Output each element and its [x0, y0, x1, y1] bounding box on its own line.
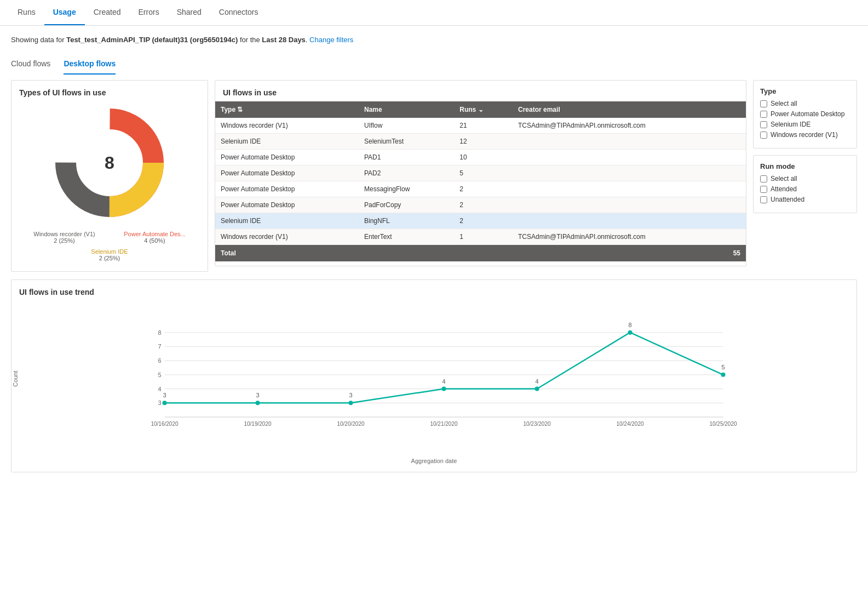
svg-point-27 [628, 330, 633, 335]
cell-email [513, 213, 746, 229]
type-checkbox-select-all[interactable] [760, 100, 767, 107]
svg-text:10/23/2020: 10/23/2020 [523, 421, 550, 427]
type-filter-option-windows-recorder-(v1)[interactable]: Windows recorder (V1) [760, 131, 850, 139]
cell-runs: 1 [454, 229, 513, 245]
cell-email [513, 134, 746, 150]
col-email: Creator email [513, 101, 746, 118]
legend-sub-yellow: 2 (25%) [69, 255, 151, 261]
runmode-option-label: Attended [771, 185, 797, 193]
type-filter-option-select-all[interactable]: Select all [760, 100, 850, 107]
cell-name: PAD1 [359, 150, 454, 165]
cell-runs: 2 [454, 181, 513, 197]
cell-email [513, 150, 746, 165]
svg-text:3: 3 [349, 392, 352, 398]
type-checkbox-selenium-ide[interactable] [760, 121, 767, 128]
nav-item-runs[interactable]: Runs [9, 0, 44, 25]
svg-text:10/19/2020: 10/19/2020 [244, 421, 271, 427]
nav-item-shared[interactable]: Shared [168, 0, 210, 25]
table-title: UI flows in use [215, 81, 746, 101]
runmode-checkbox-select-all[interactable] [760, 175, 767, 182]
runmode-checkbox-attended[interactable] [760, 186, 767, 193]
table-row: Selenium IDE SeleniumTest 12 [215, 134, 746, 150]
nav-item-created[interactable]: Created [85, 0, 130, 25]
table-body: Windows recorder (V1) UIflow 21 TCSAdmin… [215, 118, 746, 245]
legend-label-gray: Windows recorder (V1) [24, 231, 105, 237]
table-row: Selenium IDE BingNFL 2 [215, 213, 746, 229]
cell-runs: 12 [454, 134, 513, 150]
table-row: Windows recorder (V1) UIflow 21 TCSAdmin… [215, 118, 746, 134]
nav-item-usage[interactable]: Usage [44, 0, 85, 25]
type-filter-option-selenium-ide[interactable]: Selenium IDE [760, 121, 850, 128]
runmode-filter-option-attended[interactable]: Attended [760, 185, 850, 193]
legend-item-red: Power Automate Des... 4 (50%) [114, 231, 196, 244]
cell-email [513, 165, 746, 181]
flow-tab-cloud-flows[interactable]: Cloud flows [11, 55, 50, 75]
cell-type: Power Automate Desktop [215, 150, 359, 165]
cell-type: Power Automate Desktop [215, 181, 359, 197]
svg-text:10/21/2020: 10/21/2020 [430, 421, 457, 427]
trend-chart-area: 345678310/16/2020310/19/2020310/20/20204… [39, 302, 849, 455]
svg-text:4: 4 [535, 378, 538, 385]
svg-point-18 [349, 401, 353, 405]
nav-item-errors[interactable]: Errors [130, 0, 168, 25]
cell-name: MessagingFlow [359, 181, 454, 197]
runmode-filter-panel: Run mode Select allAttendedUnattended [753, 155, 857, 213]
cell-type: Selenium IDE [215, 213, 359, 229]
svg-text:4: 4 [158, 386, 161, 392]
cell-runs: 2 [454, 213, 513, 229]
runmode-checkbox-unattended[interactable] [760, 196, 767, 203]
runmode-filter-title: Run mode [760, 162, 850, 170]
svg-text:4: 4 [442, 378, 445, 385]
main-content: Types of UI flows in use 8 Windows recor… [0, 75, 868, 483]
runmode-filter-option-unattended[interactable]: Unattended [760, 196, 850, 203]
header-bar: Showing data for Test_test_AdminAPI_TIP … [0, 26, 868, 49]
col-runs[interactable]: Runs ⌄ [454, 101, 513, 118]
cell-runs: 10 [454, 150, 513, 165]
cell-name: EnterText [359, 229, 454, 245]
header-period: Last 28 Days [262, 36, 306, 44]
svg-text:5: 5 [721, 364, 725, 370]
svg-text:8: 8 [158, 329, 161, 336]
type-option-label: Select all [771, 100, 797, 107]
trend-card: UI flows in use trend Count 345678310/16… [11, 279, 857, 472]
cell-type: Selenium IDE [215, 134, 359, 150]
donut-legend: Windows recorder (V1) 2 (25%) Power Auto… [19, 229, 200, 264]
svg-point-24 [535, 387, 539, 391]
x-axis-label: Aggregation date [19, 458, 849, 464]
flow-tab-desktop-flows[interactable]: Desktop flows [64, 55, 116, 75]
table-row: Windows recorder (V1) EnterText 1 TCSAdm… [215, 229, 746, 245]
svg-text:5: 5 [158, 372, 161, 378]
trend-title: UI flows in use trend [19, 288, 849, 296]
svg-text:10/20/2020: 10/20/2020 [337, 421, 364, 427]
trend-svg: 345678310/16/2020310/19/2020310/20/20204… [39, 302, 849, 455]
legend-label-red: Power Automate Des... [114, 231, 196, 237]
legend-sub-gray: 2 (25%) [24, 237, 105, 244]
header-prefix: Showing data for [11, 36, 66, 44]
cell-type: Windows recorder (V1) [215, 229, 359, 245]
nav-bar: RunsUsageCreatedErrorsSharedConnectors [0, 0, 868, 26]
cell-email [513, 181, 746, 197]
legend-sub-red: 4 (50%) [114, 237, 196, 244]
cell-email: TCSAdmin@TIPAdminAPI.onmicrosoft.com [513, 229, 746, 245]
total-label: Total [221, 249, 673, 257]
table-row: Power Automate Desktop PAD2 5 [215, 165, 746, 181]
cell-email: TCSAdmin@TIPAdminAPI.onmicrosoft.com [513, 118, 746, 134]
type-filter-options: Select allPower Automate DesktopSelenium… [760, 100, 850, 139]
type-checkbox-power-automate-desktop[interactable] [760, 111, 767, 118]
svg-point-15 [256, 401, 260, 405]
svg-text:3: 3 [158, 399, 161, 406]
type-option-label: Windows recorder (V1) [771, 131, 838, 139]
table-row: Power Automate Desktop PAD1 10 [215, 150, 746, 165]
nav-item-connectors[interactable]: Connectors [210, 0, 267, 25]
type-filter-option-power-automate-desktop[interactable]: Power Automate Desktop [760, 110, 850, 118]
cell-name: UIflow [359, 118, 454, 134]
runmode-filter-option-select-all[interactable]: Select all [760, 175, 850, 182]
col-type[interactable]: Type ⇅ [215, 101, 359, 118]
type-checkbox-windows-recorder-(v1)[interactable] [760, 132, 767, 139]
table-footer: Total 55 [215, 245, 746, 261]
type-option-label: Power Automate Desktop [771, 110, 844, 118]
svg-point-30 [721, 373, 726, 377]
cell-runs: 21 [454, 118, 513, 134]
change-filters-link[interactable]: Change filters [309, 36, 353, 44]
svg-text:3: 3 [163, 392, 166, 398]
